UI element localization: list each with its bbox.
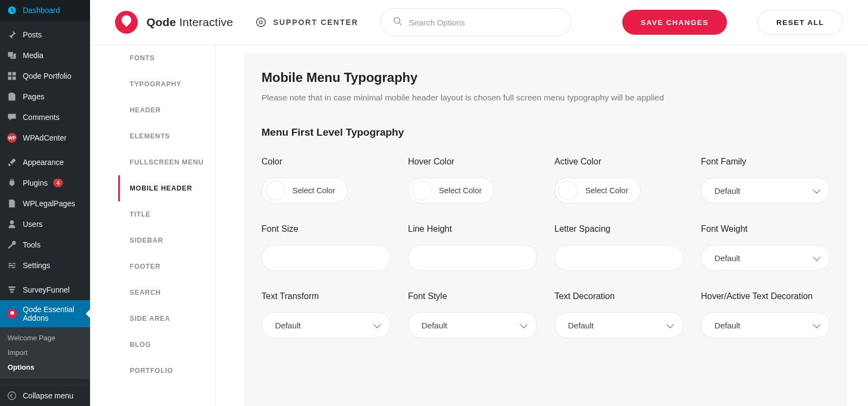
sidebar-item-label: Users — [23, 220, 43, 229]
svg-point-0 — [8, 392, 16, 399]
select-value: Default — [714, 253, 741, 263]
tab-header[interactable]: HEADER — [118, 97, 215, 123]
sidebar-item-qode-essential-addons[interactable]: Qode Essential Addons — [0, 300, 90, 327]
field-font-weight: Font Weight Default — [701, 224, 830, 271]
tab-footer[interactable]: FOOTER — [118, 253, 215, 280]
field-label: Hover Color — [408, 157, 537, 167]
letter-spacing-input-wrap — [554, 245, 684, 271]
tab-sidebar[interactable]: SIDEBAR — [118, 227, 215, 253]
panel-title: Mobile Menu Typography — [261, 70, 830, 85]
select-value: Default — [275, 321, 301, 330]
comment-icon — [7, 112, 17, 123]
color-swatch-icon — [265, 181, 285, 200]
field-label: Font Family — [701, 157, 830, 167]
tab-fonts[interactable]: FONTS — [118, 45, 215, 71]
tab-side-area[interactable]: SIDE AREA — [118, 306, 215, 332]
sidebar-item-dashboard[interactable]: Dashboard — [0, 0, 90, 21]
grid-icon — [7, 71, 17, 81]
sidebar-item-label: Pages — [23, 92, 44, 101]
sidebar-submenu: Welcome Page Import Options — [0, 327, 90, 379]
tab-title[interactable]: TITLE — [118, 201, 215, 227]
sidebar-separator — [0, 276, 90, 280]
sidebar-item-media[interactable]: Media — [0, 45, 90, 66]
select-value: Default — [714, 186, 741, 195]
wp-admin-sidebar: Dashboard Posts Media Qode Portfolio Pag… — [0, 0, 90, 406]
sidebar-item-pages[interactable]: Pages — [0, 86, 90, 107]
text-transform-select[interactable]: Default — [261, 312, 391, 338]
sidebar-item-label: SurveyFunnel — [23, 286, 69, 294]
line-height-input[interactable] — [418, 253, 527, 263]
line-height-input-wrap — [408, 245, 537, 271]
sidebar-item-label: Qode Portfolio — [23, 72, 72, 80]
field-label: Line Height — [408, 224, 537, 234]
field-label: Text Transform — [261, 291, 391, 301]
sidebar-item-wpadcenter[interactable]: WP WPAdCenter — [0, 128, 90, 148]
sidebar-item-wplegalpages[interactable]: WPLegalPages — [0, 193, 90, 214]
font-family-select[interactable]: Default — [701, 177, 830, 204]
text-decoration-select[interactable]: Default — [554, 312, 684, 338]
font-size-input-wrap — [261, 245, 391, 271]
wpadcenter-icon: WP — [7, 132, 17, 143]
sidebar-item-qode-portfolio[interactable]: Qode Portfolio — [0, 66, 90, 86]
chevron-down-icon — [813, 253, 820, 261]
field-label: Color — [261, 157, 391, 167]
dashboard-icon — [7, 5, 17, 16]
sidebar-item-settings[interactable]: Settings — [0, 255, 90, 276]
hover-color-picker[interactable]: Select Color — [408, 177, 494, 204]
submenu-options[interactable]: Options — [0, 360, 90, 375]
field-text-decoration: Text Decoration Default — [554, 291, 684, 338]
tab-typography[interactable]: TYPOGRAPHY — [118, 71, 215, 97]
tab-search[interactable]: SEARCH — [118, 280, 215, 306]
color-picker-label: Select Color — [439, 186, 482, 195]
tab-mobile-header[interactable]: MOBILE HEADER — [118, 175, 215, 201]
pin-icon — [7, 29, 17, 40]
sidebar-collapse[interactable]: Collapse menu — [0, 385, 90, 406]
tab-portfolio[interactable]: PORTFOLIO — [118, 358, 215, 384]
chevron-down-icon — [813, 186, 820, 194]
font-weight-select[interactable]: Default — [701, 245, 830, 271]
reset-all-button[interactable]: RESET ALL — [757, 10, 843, 35]
sliders-icon — [7, 260, 17, 271]
field-label: Font Weight — [701, 224, 830, 234]
support-center-label: SUPPORT CENTER — [273, 18, 359, 27]
field-active-color: Active Color Select Color — [554, 157, 684, 204]
sidebar-item-appearance[interactable]: Appearance — [0, 152, 90, 173]
tab-elements[interactable]: ELEMENTS — [118, 123, 215, 149]
sidebar-item-plugins[interactable]: Plugins 4 — [0, 173, 90, 193]
color-swatch-icon — [558, 181, 578, 200]
brush-icon — [7, 157, 17, 168]
field-letter-spacing: Letter Spacing — [554, 224, 684, 271]
sidebar-item-label: Tools — [23, 240, 41, 249]
support-center-link[interactable]: SUPPORT CENTER — [255, 16, 359, 28]
tab-blog[interactable]: BLOG — [118, 332, 215, 358]
sidebar-item-users[interactable]: Users — [0, 214, 90, 234]
field-label: Font Style — [408, 291, 537, 301]
sidebar-item-surveyfunnel[interactable]: SurveyFunnel — [0, 280, 90, 300]
tab-fullscreen-menu[interactable]: FULLSCREEN MENU — [118, 149, 215, 175]
search-options[interactable] — [380, 8, 571, 36]
font-size-input[interactable] — [272, 253, 380, 263]
field-line-height: Line Height — [408, 224, 537, 271]
sidebar-item-label: Settings — [23, 261, 50, 270]
options-tab-sidebar: FONTS TYPOGRAPHY HEADER ELEMENTS FULLSCR… — [118, 45, 216, 406]
survey-icon — [7, 284, 17, 295]
letter-spacing-input[interactable] — [565, 253, 673, 263]
content-panel: Mobile Menu Typography Please note that … — [244, 53, 847, 406]
sidebar-item-posts[interactable]: Posts — [0, 24, 90, 45]
sidebar-item-label: Qode Essential Addons — [23, 305, 84, 322]
submenu-welcome-page[interactable]: Welcome Page — [0, 331, 90, 345]
save-changes-button[interactable]: SAVE CHANGES — [622, 10, 727, 35]
media-icon — [7, 50, 17, 61]
color-picker[interactable]: Select Color — [261, 177, 348, 204]
sidebar-item-label: Posts — [23, 30, 42, 39]
search-input[interactable] — [409, 18, 559, 27]
field-label: Font Size — [261, 224, 391, 234]
hover-active-text-decoration-select[interactable]: Default — [701, 312, 830, 338]
active-color-picker[interactable]: Select Color — [554, 177, 641, 204]
sidebar-item-tools[interactable]: Tools — [0, 234, 90, 255]
font-style-select[interactable]: Default — [408, 312, 537, 338]
sidebar-item-comments[interactable]: Comments — [0, 107, 90, 128]
field-font-style: Font Style Default — [408, 291, 537, 338]
submenu-import[interactable]: Import — [0, 345, 90, 360]
brand: Qode Interactive — [115, 11, 233, 34]
